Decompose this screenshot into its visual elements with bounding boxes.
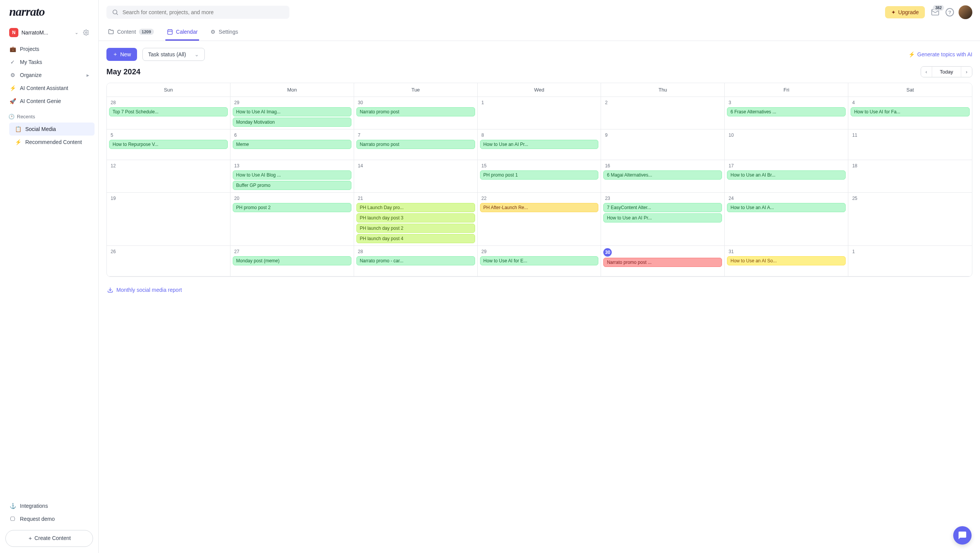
tab-content[interactable]: Content 1209 — [106, 25, 155, 41]
calendar-event[interactable]: Monday post (meme) — [233, 256, 351, 265]
calendar-event[interactable]: How to Use AI for Fa... — [851, 107, 970, 116]
gear-icon[interactable] — [83, 29, 89, 36]
calendar-day[interactable]: 28Top 7 Post Schedule... — [107, 97, 230, 129]
sidebar-item-ai-assistant[interactable]: ⚡AI Content Assistant — [4, 82, 95, 95]
calendar-event[interactable]: How to Repurpose V... — [109, 140, 228, 149]
chat-fab[interactable] — [953, 526, 972, 545]
calendar-event[interactable]: PH launch day post 3 — [356, 213, 475, 223]
calendar-day[interactable]: 6Meme — [230, 129, 354, 160]
calendar-day[interactable]: 7Narrato promo post — [354, 129, 478, 160]
search-input-wrapper[interactable] — [106, 6, 289, 19]
calendar-day[interactable]: 13How to Use AI Blog ...Buffer GP promo — [230, 160, 354, 193]
tab-calendar[interactable]: Calendar — [165, 25, 199, 41]
calendar-event[interactable]: Narrato promo post ... — [603, 258, 722, 267]
sidebar-item-organize[interactable]: ⚙Organize▸ — [4, 69, 95, 82]
chevron-down-icon[interactable]: ⌄ — [73, 28, 80, 37]
sidebar-item-projects[interactable]: 💼Projects — [4, 43, 95, 56]
calendar-event[interactable]: How to Use an AI A... — [727, 203, 846, 212]
calendar-event[interactable]: Monday Motivation — [233, 118, 351, 127]
calendar-day[interactable]: 25 — [848, 193, 972, 246]
calendar-day[interactable]: 1 — [478, 97, 601, 129]
calendar-day[interactable]: 29How to Use AI Imag...Monday Motivation — [230, 97, 354, 129]
calendar-event[interactable]: PH launch day post 4 — [356, 234, 475, 243]
calendar-event[interactable]: How to Use an AI Pr... — [480, 140, 599, 149]
calendar-event[interactable]: Narrato promo - car... — [356, 256, 475, 265]
calendar-day[interactable]: 27Monday post (meme) — [230, 246, 354, 276]
calendar-day[interactable]: 237 EasyContent Alter...How to Use an AI… — [601, 193, 725, 246]
calendar-day[interactable]: 30Narrato promo post — [354, 97, 478, 129]
calendar-day[interactable]: 21PH Launch Day pro...PH launch day post… — [354, 193, 478, 246]
calendar-day[interactable]: 9 — [601, 129, 725, 160]
calendar-day[interactable]: 5How to Repurpose V... — [107, 129, 230, 160]
calendar-event[interactable]: Narrato promo post — [356, 140, 475, 149]
calendar-event[interactable]: 7 EasyContent Alter... — [603, 203, 722, 212]
day-number: 12 — [109, 162, 117, 169]
calendar-event[interactable]: How to Use AI for E... — [480, 256, 599, 265]
prev-month-button[interactable]: ‹ — [921, 67, 932, 77]
sidebar-item-request-demo[interactable]: 🖵Request demo — [4, 512, 95, 525]
calendar-day[interactable]: 36 Frase Alternatives ... — [725, 97, 848, 129]
calendar-day[interactable]: 4How to Use AI for Fa... — [848, 97, 972, 129]
upgrade-button[interactable]: ✦Upgrade — [885, 6, 925, 18]
day-number: 6 — [233, 132, 238, 139]
calendar-event[interactable]: PH promo post 1 — [480, 170, 599, 180]
next-month-button[interactable]: › — [961, 67, 972, 77]
day-header: Mon — [230, 83, 354, 97]
calendar-day[interactable]: 24How to Use an AI A... — [725, 193, 848, 246]
calendar-day[interactable]: 10 — [725, 129, 848, 160]
calendar-day[interactable]: 28Narrato promo - car... — [354, 246, 478, 276]
generate-topics-button[interactable]: ⚡Generate topics with AI — [908, 51, 972, 57]
calendar-event[interactable]: How to Use an AI Pr... — [603, 213, 722, 223]
calendar-day[interactable]: 17How to Use an AI Br... — [725, 160, 848, 193]
calendar-day[interactable]: 26 — [107, 246, 230, 276]
calendar-event[interactable]: How to Use an AI Br... — [727, 170, 846, 180]
calendar-day[interactable]: 8How to Use an AI Pr... — [478, 129, 601, 160]
notifications-button[interactable]: 382 — [929, 7, 941, 18]
calendar-day[interactable]: 166 Magai Alternatives... — [601, 160, 725, 193]
tab-settings[interactable]: ⚙ Settings — [209, 25, 240, 41]
calendar-event[interactable]: Buffer GP promo — [233, 181, 351, 190]
calendar-day[interactable]: 11 — [848, 129, 972, 160]
calendar-day[interactable]: 20PH promo post 2 — [230, 193, 354, 246]
create-content-button[interactable]: ＋ Create Content — [5, 530, 93, 547]
calendar-day[interactable]: 2 — [601, 97, 725, 129]
sidebar-item-integrations[interactable]: ⚓Integrations — [4, 499, 95, 512]
monthly-report-link[interactable]: Monthly social media report — [99, 281, 980, 298]
calendar-event[interactable]: Meme — [233, 140, 351, 149]
new-button[interactable]: ＋New — [106, 48, 137, 61]
task-status-filter[interactable]: Task status (All)⌄ — [142, 48, 205, 61]
calendar-event[interactable]: Top 7 Post Schedule... — [109, 107, 228, 116]
search-input[interactable] — [122, 9, 284, 15]
sidebar-item-ai-genie[interactable]: 🚀AI Content Genie — [4, 95, 95, 108]
calendar-event[interactable]: 6 Magai Alternatives... — [603, 170, 722, 180]
calendar-day[interactable]: 19 — [107, 193, 230, 246]
today-button[interactable]: Today — [932, 67, 961, 77]
workspace-switcher[interactable]: N NarratoM... ⌄ — [0, 23, 98, 42]
calendar-event[interactable]: PH After-Launch Re... — [480, 203, 599, 212]
calendar-event[interactable]: How to Use an AI So... — [727, 256, 846, 265]
calendar-day[interactable]: 18 — [848, 160, 972, 193]
calendar-event[interactable]: How to Use AI Blog ... — [233, 170, 351, 180]
calendar-event[interactable]: How to Use AI Imag... — [233, 107, 351, 116]
calendar-event[interactable]: PH launch day post 2 — [356, 224, 475, 233]
calendar-day[interactable]: 1 — [848, 246, 972, 276]
avatar[interactable] — [959, 5, 972, 19]
calendar-event[interactable]: 6 Frase Alternatives ... — [727, 107, 846, 116]
calendar-event[interactable]: PH promo post 2 — [233, 203, 351, 212]
calendar-day[interactable]: 14 — [354, 160, 478, 193]
calendar-day[interactable]: 22PH After-Launch Re... — [478, 193, 601, 246]
help-button[interactable]: ? — [946, 8, 954, 16]
calendar-day[interactable]: 12 — [107, 160, 230, 193]
calendar-day[interactable]: 15PH promo post 1 — [478, 160, 601, 193]
calendar-event[interactable]: PH Launch Day pro... — [356, 203, 475, 212]
sidebar-item-social-media[interactable]: 📋Social Media — [9, 123, 95, 136]
sidebar-item-recommended[interactable]: ⚡Recommended Content — [9, 136, 95, 149]
sidebar-item-my-tasks[interactable]: ✓My Tasks — [4, 56, 95, 69]
calendar-day[interactable]: 29How to Use AI for E... — [478, 246, 601, 276]
calendar-day[interactable]: 31How to Use an AI So... — [725, 246, 848, 276]
calendar-day[interactable]: 30Narrato promo post ... — [601, 246, 725, 276]
calendar-event[interactable]: Narrato promo post — [356, 107, 475, 116]
day-number: 27 — [233, 248, 241, 255]
calendar-toolbar: ＋New Task status (All)⌄ ⚡Generate topics… — [99, 41, 980, 64]
day-number: 28 — [109, 99, 117, 106]
